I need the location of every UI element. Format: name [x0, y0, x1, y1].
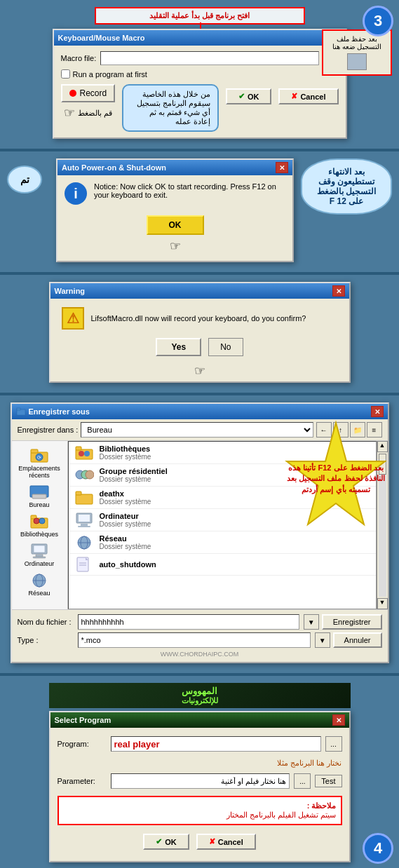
type-input[interactable] [78, 632, 311, 648]
autopower-ok-btn[interactable]: OK [147, 215, 204, 235]
svg-point-12 [34, 518, 39, 524]
reseau-icon [29, 573, 49, 588]
filename-dropdown-btn[interactable]: ▼ [304, 614, 319, 630]
enreg-sidebar: ⟳ Emplacements récents Bureau [12, 441, 68, 609]
autopower-notice-text: Notice: Now click OK to start recording.… [94, 182, 285, 199]
section3-warning: Warning ✕ ⚠ LifsoftMacro.dll now will re… [0, 278, 399, 390]
select-close-btn[interactable]: ✕ [332, 714, 345, 726]
warning-dialog: Warning ✕ ⚠ LifsoftMacro.dll now will re… [49, 282, 351, 383]
program-hint: نختار هنا البرنامج مثلا [50, 759, 349, 771]
f12-annotation: بعد الانتهاء تستطيعون وقف التسجيل بالضغط… [301, 158, 392, 215]
select-btn-row: ✔ OK ✘ Cancel [50, 828, 349, 855]
macro-file-input[interactable] [100, 51, 318, 65]
enreg-title-icon [16, 407, 26, 416]
file-group-icon [74, 468, 94, 483]
run-program-row: Run a program at first [61, 69, 339, 79]
enreg-title: Enregistrer sous [29, 407, 90, 416]
macro-body: Macro file: Run a program at first [54, 46, 346, 137]
type-dropdown-btn[interactable]: ▼ [315, 632, 330, 648]
program-input[interactable] [111, 736, 321, 752]
type-label: Type : [18, 636, 74, 644]
select-ok-btn[interactable]: ✔ OK [143, 834, 189, 850]
run-program-label: Run a program at first [73, 70, 147, 79]
sidebar-recent[interactable]: ⟳ Emplacements récents [15, 447, 65, 479]
svg-text:⟳: ⟳ [37, 455, 41, 460]
warning-yes-btn[interactable]: Yes [156, 338, 201, 356]
save-in-label: Enregistrer dans : [18, 426, 79, 434]
macro-titlebar: Keyboard/Mouse Macro ✕ [54, 30, 346, 46]
svg-rect-21 [76, 449, 93, 459]
notice-text: سيتم تشغيل الفيلم بالبرنامج المختار [63, 811, 337, 820]
section5-select-program: المهووس للإلكترونيات Select Program ✕ Pr… [0, 679, 399, 868]
enreg-bottom: Nom du fichier : ▼ Enregistrer Type : ▼ … [12, 609, 388, 662]
svg-rect-28 [76, 494, 93, 504]
warning-no-btn[interactable]: No [208, 338, 243, 356]
warning-titlebar: Warning ✕ [50, 283, 349, 299]
save-button[interactable]: Enregistrer [322, 614, 382, 630]
parameter-input[interactable] [111, 773, 290, 789]
info-icon: i [65, 182, 87, 205]
divider4 [0, 673, 399, 676]
step3-badge: 3 [363, 6, 393, 36]
logo-area: المهووس للإلكترونيات [49, 683, 351, 708]
cursor-hand3-icon: ☞ [194, 363, 205, 379]
macro-cancel-btn[interactable]: ✘ Cancel [278, 88, 338, 104]
parameter-browse-btn[interactable]: ... [294, 773, 311, 789]
sidebar-bureau[interactable]: Bureau [29, 484, 49, 508]
test-btn[interactable]: Test [315, 775, 341, 787]
svg-rect-17 [33, 557, 46, 558]
file-icon-right [347, 53, 367, 70]
file-row-autoshutdown[interactable]: auto_shutdown [69, 554, 376, 576]
file-generic-icon [74, 557, 94, 572]
autopower-info-row: i Notice: Now click OK to start recordin… [58, 175, 292, 212]
svg-rect-32 [81, 524, 88, 526]
annuler-button[interactable]: Annuler [333, 632, 382, 648]
parameter-row: Parameter: ... Test [50, 771, 349, 792]
svg-rect-3 [17, 408, 20, 410]
warning-close-btn[interactable]: ✕ [332, 285, 345, 297]
center-annotation-bubble: من خلال هذه الخاصية سيقوم البرنامج بتسجي… [122, 84, 219, 132]
biblio-icon [29, 514, 49, 529]
ordinateur-icon [29, 543, 49, 559]
macro-ok-btn[interactable]: ✔ OK [226, 88, 272, 104]
autopower-dialog: Auto Power-on & Shut-down ✕ i Notice: No… [56, 158, 294, 262]
file-folder-icon-2 [74, 490, 94, 506]
record-dot-icon [69, 90, 76, 97]
cursor-hand-icon: ☞ [64, 105, 75, 121]
autopower-title: Auto Power-on & Shut-down [62, 163, 166, 172]
step4-badge: 4 [363, 833, 393, 864]
file-network-icon [74, 535, 94, 550]
select-cancel-btn[interactable]: ✘ Cancel [196, 834, 256, 850]
scroll-down-btn[interactable]: ▼ [377, 598, 388, 609]
recent-icon: ⟳ [29, 447, 49, 463]
program-label: Program: [58, 740, 107, 748]
file-folder-icon-0 [74, 445, 94, 461]
svg-rect-15 [34, 545, 45, 552]
sidebar-bibliotheques[interactable]: Bibliothèques [20, 514, 58, 538]
autopower-close-btn[interactable]: ✕ [276, 162, 288, 173]
starburst-container: بعد الضغط على F12 تأتينا هذه النافذة لحف… [276, 419, 395, 538]
enreg-titlebar: Enregistrer sous ✕ [12, 404, 388, 419]
divider3 [0, 393, 399, 395]
enreg-close-btn[interactable]: ✕ [371, 406, 384, 417]
svg-rect-22 [76, 447, 81, 450]
right-file-annotation: بعد حفظ ملف التسجيل ضعه هنا [322, 29, 392, 76]
program-browse-btn[interactable]: ... [325, 736, 342, 752]
sidebar-reseau[interactable]: Réseau [28, 573, 50, 597]
sidebar-ordinateur[interactable]: Ordinateur [25, 543, 55, 567]
section2-autopower: تم Auto Power-on & Shut-down ✕ i Notice:… [0, 154, 399, 269]
cursor-hand2-icon: ☞ [170, 238, 181, 254]
run-program-checkbox[interactable] [61, 69, 70, 79]
autopower-titlebar: Auto Power-on & Shut-down ✕ [58, 160, 292, 175]
divider1 [0, 149, 399, 151]
filename-label: Nom du fichier : [18, 618, 74, 626]
svg-rect-16 [36, 555, 43, 557]
macro-file-label: Macro file: [61, 54, 97, 62]
filename-input[interactable] [78, 614, 299, 630]
done-bubble: تم [7, 165, 42, 194]
section1-keyboard-macro: افتح برنامج قبل بدأ عملية التقليد Keyboa… [0, 0, 399, 146]
svg-rect-33 [78, 526, 90, 527]
record-button[interactable]: Record [61, 84, 116, 102]
select-title: Select Program [55, 716, 111, 724]
svg-point-23 [79, 451, 84, 456]
